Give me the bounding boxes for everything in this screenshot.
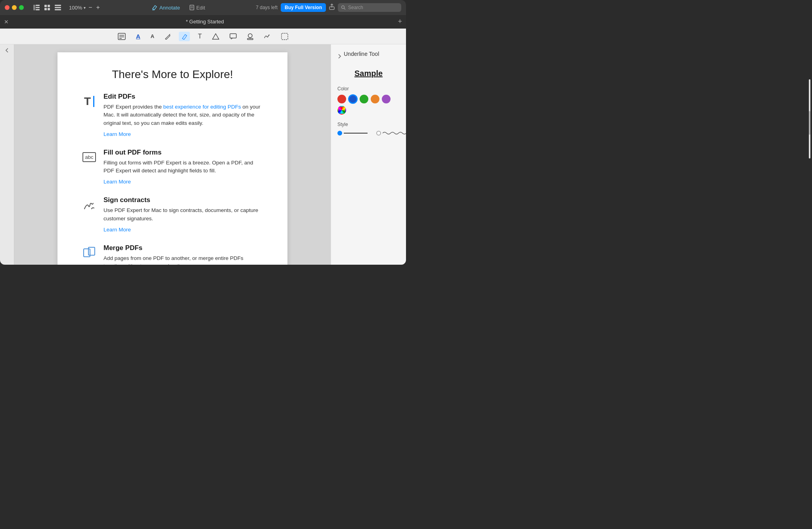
stamp-tool-btn[interactable] [245,31,256,42]
merge-pdfs-title: Merge PDFs [103,244,264,252]
text-box-tool-btn[interactable]: T [195,31,204,42]
feature-header-edit-pdfs: T Edit PDFs PDF Expert provides the best… [81,93,264,138]
minimize-button[interactable] [12,5,17,10]
fill-forms-icon: abc [81,149,97,165]
document-main-title: There's More to Explore! [81,68,264,81]
list-view-btn[interactable] [53,4,63,11]
svg-rect-1 [36,5,40,6]
svg-rect-6 [44,8,47,10]
left-sidebar-collapse-btn[interactable] [5,48,9,54]
text-size-tool-btn[interactable]: A [148,32,157,41]
merge-pdfs-icon [81,245,97,261]
tab-close-btn[interactable]: ✕ [4,19,9,25]
select-tool-btn[interactable] [279,31,291,42]
svg-point-16 [342,6,345,9]
panel-title: Underline Tool [344,50,379,57]
svg-rect-12 [190,5,194,10]
fullscreen-button[interactable] [19,5,24,10]
fill-forms-content: Fill out PDF forms Filling out forms wit… [103,149,264,185]
feature-header-sign-contracts: Sign contracts Use PDF Expert for Mac to… [81,196,264,233]
search-input[interactable] [338,3,401,12]
sidebar-toggle-btn[interactable] [32,4,41,11]
text-color-tool-btn[interactable]: A [134,31,143,41]
pencil-tool-btn[interactable] [162,32,173,41]
titlebar: 100% ▾ − + Annotate Edit 7 days left Buy… [0,0,406,15]
svg-marker-23 [213,34,219,39]
edit-pdfs-icon: T [81,94,97,109]
color-swatch-orange[interactable] [371,95,379,103]
style-solid-option[interactable] [337,131,368,136]
edit-pdfs-title: Edit PDFs [103,93,264,101]
feature-header-merge-pdfs: Merge PDFs Add pages from one PDF to ano… [81,244,264,265]
grid-view-btn[interactable] [43,4,52,11]
edit-pdfs-learn-more[interactable]: Learn More [103,131,131,137]
sample-text: Sample [337,69,400,78]
style-wavy-radio[interactable] [376,131,381,136]
svg-line-22 [169,34,170,35]
color-swatch-rainbow[interactable] [337,106,346,115]
style-wavy-line [383,130,406,136]
comment-tool-btn[interactable] [227,32,239,41]
style-label: Style [337,122,400,127]
svg-rect-2 [36,7,40,8]
svg-rect-8 [55,5,61,6]
edit-pdfs-link[interactable]: best experience for editing PDFs [163,104,241,110]
sign-contracts-icon [81,197,97,213]
titlebar-right: 7 days left Buy Full Version [256,3,401,12]
sidebar-toggle-group [32,4,63,11]
svg-rect-10 [55,9,61,10]
share-btn[interactable] [329,4,335,11]
edit-btn[interactable]: Edit [190,5,205,11]
tab-title: * Getting Started [12,19,398,25]
color-swatch-purple[interactable] [382,95,391,103]
tab-add-btn[interactable]: + [398,17,402,26]
days-left-label: 7 days left [256,5,278,10]
close-button[interactable] [5,5,10,10]
edit-pdfs-desc: PDF Expert provides the best experience … [103,103,264,127]
tabbar: ✕ * Getting Started + [0,15,406,29]
sign-contracts-content: Sign contracts Use PDF Expert for Mac to… [103,196,264,233]
search-icon [341,5,346,10]
zoom-increase-btn[interactable]: + [95,4,101,11]
signature-tool-btn[interactable] [261,32,273,41]
svg-rect-3 [36,9,40,10]
annotation-toolbar: A A T [0,29,406,44]
style-solid-radio[interactable] [337,131,342,136]
style-solid-line [344,133,368,134]
chevron-down-icon: ▾ [84,6,86,10]
svg-rect-5 [48,5,50,7]
annotate-btn[interactable]: Annotate [152,5,180,11]
style-options [337,130,400,136]
style-wavy-option[interactable] [376,130,406,136]
feature-header-fill-forms: abc Fill out PDF forms Filling out forms… [81,149,264,185]
highlight-tool-btn[interactable] [179,32,190,41]
edit-pdfs-content: Edit PDFs PDF Expert provides the best e… [103,93,264,138]
svg-point-25 [248,34,252,38]
text-area-tool-btn[interactable] [115,31,128,42]
svg-rect-0 [33,5,35,10]
svg-rect-28 [282,33,288,40]
color-swatch-blue[interactable] [349,95,357,103]
fill-forms-learn-more[interactable]: Learn More [103,179,131,185]
shape-tool-btn[interactable] [210,32,222,41]
panel-collapse-btn[interactable] [337,53,341,60]
sign-contracts-desc: Use PDF Expert for Mac to sign contracts… [103,206,264,223]
buy-full-version-btn[interactable]: Buy Full Version [281,3,326,12]
document-area: There's More to Explore! T Edit PDFs PDF… [14,44,331,265]
svg-line-17 [344,8,345,10]
color-swatch-red[interactable] [337,95,346,103]
svg-rect-26 [247,38,253,40]
sign-contracts-learn-more[interactable]: Learn More [103,227,131,233]
main-area: There's More to Explore! T Edit PDFs PDF… [0,44,406,265]
svg-rect-7 [48,8,50,10]
zoom-control: 100% ▾ − + [69,4,101,11]
svg-rect-9 [55,7,61,8]
svg-rect-29 [84,249,90,257]
zoom-decrease-btn[interactable]: − [87,4,93,11]
svg-rect-4 [44,5,47,7]
color-swatch-green[interactable] [360,95,368,103]
feature-edit-pdfs: T Edit PDFs PDF Expert provides the best… [81,93,264,138]
color-label: Color [337,86,400,92]
merge-pdfs-content: Merge PDFs Add pages from one PDF to ano… [103,244,264,265]
color-swatches [337,95,400,115]
